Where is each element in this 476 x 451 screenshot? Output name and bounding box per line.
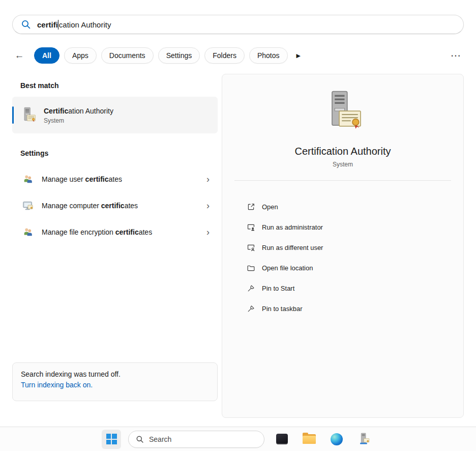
- label-post: ates: [109, 175, 122, 183]
- best-match-header: Best match: [20, 81, 58, 90]
- result-manage-user-certificates[interactable]: Manage user certificates ›: [12, 168, 218, 190]
- result-label: Manage file encryption certificates: [42, 228, 152, 236]
- expand-filters-button[interactable]: ▶: [296, 52, 301, 59]
- chevron-right-icon: ›: [206, 228, 210, 237]
- action-open[interactable]: Open: [222, 196, 463, 217]
- action-label: Open: [262, 203, 278, 211]
- search-suggestion-text: cation Authority: [59, 20, 111, 29]
- label-pre: Manage file encryption: [42, 228, 115, 236]
- ellipsis-icon: ⋯: [451, 50, 461, 61]
- taskbar-app-window[interactable]: [272, 429, 292, 449]
- tab-folders[interactable]: Folders: [204, 47, 245, 64]
- tab-documents-label: Documents: [109, 51, 145, 60]
- tab-apps-label: Apps: [72, 51, 88, 60]
- result-label: Manage user certificates: [42, 175, 122, 183]
- best-match-item[interactable]: Certification Authority System: [12, 97, 218, 133]
- user-certificates-icon: [22, 174, 34, 185]
- indexing-message: Search indexing was turned off.: [21, 370, 209, 378]
- taskbar: Search: [0, 427, 476, 451]
- settings-header: Settings: [20, 149, 48, 157]
- start-button[interactable]: [102, 430, 121, 449]
- file-explorer-icon: [303, 434, 316, 444]
- filter-bar: ← All Apps Documents Settings Folders Ph…: [12, 46, 464, 65]
- chevron-right-icon: ›: [206, 175, 210, 184]
- action-open-file-location[interactable]: Open file location: [222, 258, 463, 278]
- search-icon: [21, 19, 31, 30]
- search-input[interactable]: certifi cation Authority: [12, 15, 464, 34]
- action-label: Run as administrator: [262, 223, 323, 231]
- indexing-notice: Search indexing was turned off. Turn ind…: [12, 362, 218, 401]
- selection-indicator: [12, 106, 14, 124]
- label-match: certific: [85, 175, 109, 183]
- result-label: Manage computer certificates: [42, 202, 138, 210]
- search-typed-text: certifi: [37, 20, 58, 29]
- computer-certificates-icon: [22, 200, 34, 211]
- dark-window-icon: [276, 434, 288, 444]
- edge-icon: [331, 433, 343, 445]
- file-encryption-certificates-icon: [22, 227, 34, 238]
- action-label: Run as different user: [262, 244, 323, 251]
- run-as-different-user-icon: [247, 243, 255, 252]
- action-run-as-administrator[interactable]: Run as administrator: [222, 217, 463, 237]
- taskbar-search-box[interactable]: Search: [128, 431, 264, 448]
- tab-all-label: All: [42, 51, 51, 60]
- label-match: certific: [115, 228, 139, 236]
- label-pre: Manage user: [42, 175, 85, 183]
- best-match-title: Certification Authority: [44, 106, 113, 116]
- label-post: ates: [125, 202, 138, 210]
- result-manage-file-encryption-certificates[interactable]: Manage file encryption certificates ›: [12, 221, 218, 243]
- pin-icon: [247, 304, 255, 313]
- windows-logo-icon: [106, 434, 117, 444]
- play-triangle-icon: ▶: [296, 52, 301, 59]
- tab-photos[interactable]: Photos: [249, 47, 288, 64]
- search-query-text: certifi cation Authority: [37, 20, 111, 30]
- taskbar-edge[interactable]: [326, 429, 347, 449]
- action-label: Pin to Start: [262, 285, 294, 292]
- preview-divider: [234, 180, 451, 181]
- preview-panel: Certification Authority System Open Run …: [222, 74, 464, 418]
- best-match-title-bold: Certific: [44, 107, 68, 115]
- run-as-administrator-icon: [247, 223, 255, 232]
- back-arrow-icon: ←: [15, 50, 24, 61]
- search-icon: [136, 435, 144, 443]
- taskbar-search-label: Search: [149, 435, 171, 443]
- tab-apps[interactable]: Apps: [64, 47, 97, 64]
- pin-icon: [247, 284, 255, 293]
- label-pre: Manage computer: [42, 202, 101, 210]
- windows-search-panel: certifi cation Authority ← All Apps Docu…: [0, 0, 476, 451]
- taskbar-file-explorer[interactable]: [299, 429, 319, 449]
- tab-folders-label: Folders: [213, 51, 236, 60]
- action-label: Open file location: [262, 264, 313, 272]
- action-label: Pin to taskbar: [262, 305, 303, 313]
- tab-documents[interactable]: Documents: [101, 47, 154, 64]
- chevron-right-icon: ›: [206, 201, 210, 210]
- tab-photos-label: Photos: [257, 51, 280, 60]
- tab-all[interactable]: All: [34, 47, 60, 64]
- best-match-title-rest: ation Authority: [68, 107, 113, 115]
- turn-indexing-on-link[interactable]: Turn indexing back on.: [21, 381, 93, 389]
- certification-authority-icon-large: [321, 90, 364, 132]
- tab-settings[interactable]: Settings: [158, 47, 200, 64]
- back-button[interactable]: ←: [12, 48, 26, 63]
- result-manage-computer-certificates[interactable]: Manage computer certificates ›: [12, 194, 218, 217]
- open-icon: [247, 203, 255, 211]
- action-pin-to-start[interactable]: Pin to Start: [222, 278, 463, 298]
- certification-authority-taskbar-icon: [358, 433, 371, 445]
- label-match: certific: [101, 202, 125, 210]
- best-match-subtitle: System: [44, 117, 113, 124]
- preview-title: Certification Authority: [222, 146, 463, 157]
- label-post: ates: [139, 228, 152, 236]
- preview-subtitle: System: [222, 161, 463, 168]
- action-run-as-different-user[interactable]: Run as different user: [222, 237, 463, 258]
- open-file-location-icon: [247, 264, 255, 272]
- taskbar-certification-authority[interactable]: [354, 429, 374, 449]
- best-match-text: Certification Authority System: [44, 106, 113, 124]
- certification-authority-icon: [20, 107, 37, 123]
- preview-actions: Open Run as administrator Run as differe…: [222, 196, 463, 319]
- more-options-button[interactable]: ⋯: [448, 49, 464, 62]
- action-pin-to-taskbar[interactable]: Pin to taskbar: [222, 298, 463, 319]
- tab-settings-label: Settings: [166, 51, 192, 60]
